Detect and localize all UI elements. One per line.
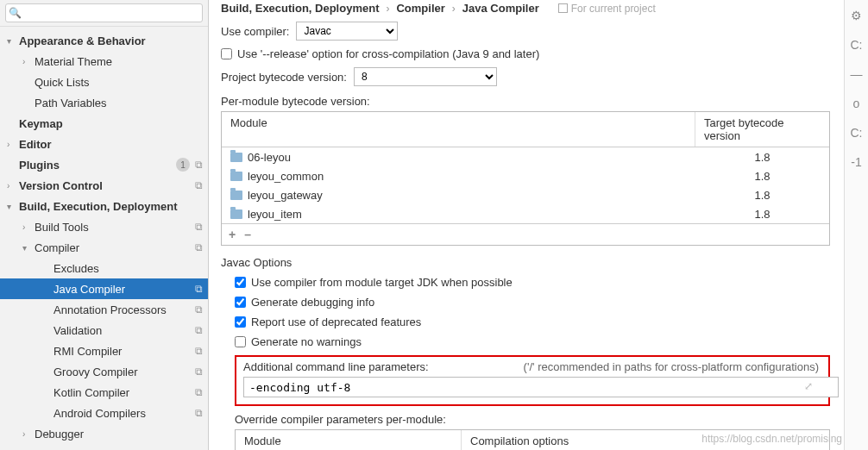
td-target[interactable]: 1.8 (695, 208, 829, 221)
module-name: 06-leyou (248, 151, 291, 164)
right-edge-strip: ⚙ C: — o C: -1 (844, 0, 868, 450)
td-module: leyou_common (222, 170, 695, 183)
sidebar-item-kotlin-compiler[interactable]: Kotlin Compiler⧉ (0, 382, 208, 403)
module-name: leyou_common (248, 170, 324, 183)
th-module[interactable]: Module (222, 112, 695, 147)
sidebar-item-compiler[interactable]: ▾Compiler⧉ (0, 237, 208, 258)
sidebar-item-android-compilers[interactable]: Android Compilers⧉ (0, 403, 208, 423)
bytecode-select[interactable]: 8 (354, 67, 497, 86)
td-module: 06-leyou (222, 151, 695, 164)
project-scope-hint: For current project (558, 3, 656, 15)
release-option-checkbox[interactable] (221, 48, 232, 59)
sidebar-item-debugger[interactable]: ›Debugger (0, 423, 208, 444)
sidebar-item-annotation-processors[interactable]: Annotation Processors⧉ (0, 299, 208, 320)
breadcrumb: Build, Execution, Deployment › Compiler … (221, 2, 830, 15)
add-module-button[interactable]: + (229, 228, 236, 241)
folder-icon (230, 172, 242, 181)
remove-module-button[interactable]: – (244, 228, 251, 241)
td-target[interactable]: 1.8 (695, 170, 829, 183)
sidebar-item-groovy-compiler[interactable]: Groovy Compiler⧉ (0, 361, 208, 382)
strip-dash: — (851, 67, 863, 81)
opt-deprecated-checkbox[interactable] (235, 316, 246, 328)
opt-no-warnings-checkbox[interactable] (235, 336, 246, 347)
sidebar-item-appearance-behavior[interactable]: ▾Appearance & Behavior (0, 30, 208, 51)
sidebar-item-label: Keymap (19, 117, 208, 130)
td-module: leyou_gateway (222, 189, 695, 202)
table-row[interactable]: 06-leyou1.8 (222, 147, 829, 166)
chevron-right-icon: › (452, 3, 456, 15)
th-target[interactable]: Target bytecode version (695, 112, 829, 147)
folder-icon (230, 191, 242, 200)
crumb-a: Build, Execution, Deployment (221, 2, 379, 15)
project-scope-icon: ⧉ (195, 159, 203, 171)
sidebar-item-editor[interactable]: ›Editor (0, 134, 208, 154)
sidebar-item-java-compiler[interactable]: Java Compiler⧉ (0, 278, 208, 299)
release-option-row: Use '--release' option for cross-compila… (221, 47, 830, 60)
hint-text: For current project (571, 3, 656, 15)
expand-icon[interactable]: ⤢ (804, 380, 813, 392)
sidebar-item-label: Build Tools (35, 221, 195, 234)
opt2-label: Generate debugging info (251, 296, 374, 309)
project-scope-icon: ⧉ (195, 179, 203, 191)
table-footer: + – (222, 223, 829, 245)
sidebar-item-build-execution-deployment[interactable]: ▾Build, Execution, Deployment (0, 196, 208, 216)
opt-module-jdk-checkbox[interactable] (235, 277, 246, 288)
strip-d2: -1 (851, 155, 861, 169)
project-scope-icon: ⧉ (195, 303, 203, 316)
sidebar-item-label: Path Variables (35, 97, 208, 109)
sidebar-item-build-tools[interactable]: ›Build Tools⧉ (0, 216, 208, 237)
th2-opts[interactable]: Compilation options (462, 430, 829, 450)
module-name: leyou_gateway (248, 189, 323, 202)
count-badge: 1 (176, 158, 190, 172)
use-compiler-select[interactable]: Javac (296, 22, 398, 41)
javac-options: Use compiler from module target JDK when… (221, 269, 830, 450)
td-target[interactable]: 1.8 (695, 189, 829, 202)
table-row[interactable]: leyou_common1.8 (222, 166, 829, 185)
strip-c1: C: (851, 38, 863, 52)
sidebar-item-label: Compiler (35, 241, 195, 254)
main-panel: Build, Execution, Deployment › Compiler … (209, 0, 844, 450)
sidebar-item-material-theme[interactable]: ›Material Theme (0, 51, 208, 72)
sidebar-item-label: Quick Lists (35, 76, 208, 89)
additional-params-input[interactable] (243, 377, 839, 397)
sidebar-item-validation[interactable]: Validation⧉ (0, 320, 208, 341)
sidebar-item-path-variables[interactable]: Path Variables (0, 92, 208, 113)
search-input[interactable] (5, 3, 203, 22)
project-scope-icon: ⧉ (195, 386, 203, 398)
table-row[interactable]: leyou_item1.8 (222, 204, 829, 223)
sidebar-item-plugins[interactable]: Plugins1⧉ (0, 154, 208, 175)
sidebar-item-label: Version Control (19, 179, 195, 192)
module-name: leyou_item (248, 208, 302, 221)
gear-icon[interactable]: ⚙ (851, 9, 862, 22)
sidebar-item-label: Validation (53, 324, 195, 337)
th2-module[interactable]: Module (236, 430, 462, 450)
override-table: Module Compilation options (235, 429, 830, 450)
td-target[interactable]: 1.8 (695, 151, 829, 164)
sidebar-item-quick-lists[interactable]: Quick Lists (0, 72, 208, 92)
chevron-icon: › (7, 140, 19, 149)
table-header: Module Target bytecode version (222, 112, 829, 147)
chevron-icon: ▾ (7, 36, 19, 46)
project-scope-icon: ⧉ (195, 345, 203, 357)
use-compiler-label: Use compiler: (221, 25, 289, 38)
sidebar-item-excludes[interactable]: Excludes (0, 258, 208, 278)
sidebar-item-version-control[interactable]: ›Version Control⧉ (0, 175, 208, 196)
chevron-icon: ▾ (7, 202, 19, 211)
chevron-icon: › (22, 57, 35, 66)
chevron-icon: › (22, 222, 35, 232)
sidebar-item-label: Build, Execution, Deployment (19, 200, 208, 213)
project-scope-icon: ⧉ (195, 241, 203, 253)
table-row[interactable]: leyou_gateway1.8 (222, 185, 829, 204)
sidebar-item-keymap[interactable]: Keymap (0, 113, 208, 134)
chevron-icon: › (22, 429, 35, 439)
sidebar-item-label: RMI Compiler (53, 345, 195, 358)
sidebar-item-label: Excludes (53, 262, 208, 275)
param-label: Additional command line parameters: (243, 360, 429, 373)
sidebar-item-label: Editor (19, 138, 208, 151)
strip-c2: C: (851, 126, 863, 140)
opt-debug-info-checkbox[interactable] (235, 297, 246, 308)
crumb-c: Java Compiler (462, 2, 539, 15)
sidebar-item-rmi-compiler[interactable]: RMI Compiler⧉ (0, 341, 208, 361)
param-hint: ('/' recommended in paths for cross-plat… (524, 360, 819, 373)
opt3-label: Report use of deprecated features (251, 316, 421, 328)
